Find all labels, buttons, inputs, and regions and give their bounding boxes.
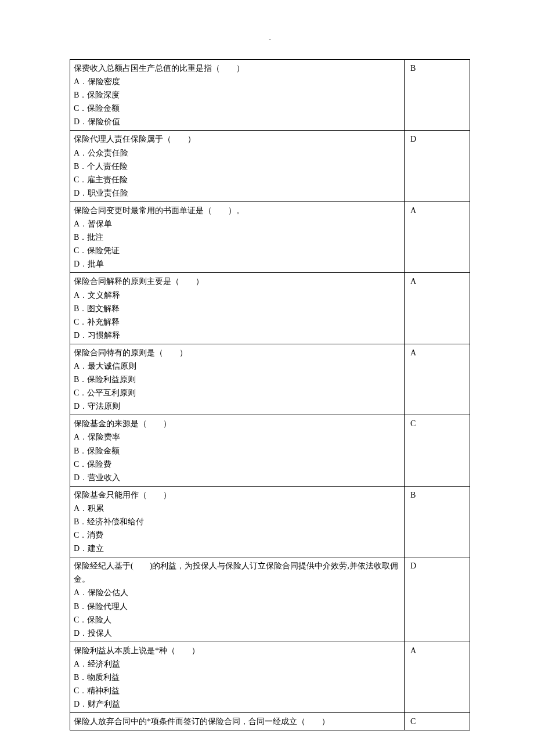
question-text: 保险合同特有的原则是（ ） [74, 346, 400, 359]
option-text: C．补充解释 [74, 315, 400, 329]
option-text: C．保险凭证 [74, 244, 400, 257]
option-text: A．暂保单 [74, 217, 400, 231]
option-text: B．批注 [74, 231, 400, 244]
question-text: 保险利益从本质上说是*种（ ） [74, 644, 400, 657]
option-text: D．财产利益 [74, 697, 400, 711]
table-row: 保险合同变更时最常用的书面单证是（ ）。A．暂保单B．批注C．保险凭证D．批单A [70, 201, 470, 272]
option-text: D．投保人 [74, 627, 400, 640]
question-text: 保险代理人责任保险属于（ ） [74, 132, 400, 146]
question-text: 保险基金的来源是（ ） [74, 417, 400, 430]
answer-cell: A [405, 642, 470, 712]
option-text: B．保险代理人 [74, 600, 400, 613]
option-text: A．最大诚信原则 [74, 359, 400, 373]
question-cell: 保险合同特有的原则是（ ）A．最大诚信原则B．保险利益原则C．公平互利原则D．守… [70, 344, 405, 415]
option-text: A．保险公估人 [74, 586, 400, 599]
option-text: D．建立 [74, 542, 400, 555]
option-text: C．保险人 [74, 613, 400, 627]
option-text: B．保险利益原则 [74, 373, 400, 386]
top-marker: - [70, 35, 470, 42]
option-text: C．精神利益 [74, 684, 400, 697]
option-text: C．保险金额 [74, 102, 400, 115]
option-text: D．保险价值 [74, 115, 400, 128]
option-text: B．物质利益 [74, 671, 400, 684]
table-row: 保险利益从本质上说是*种（ ）A．经济利益B．物质利益C．精神利益D．财产利益A [70, 642, 470, 712]
question-cell: 保险合同解释的原则主要是（ ）A．文义解释B．图文解释C．补充解释D．习惯解释 [70, 273, 405, 344]
page-container: - 保费收入总额占国生产总值的比重是指（ ）A．保险密度B．保险深度C．保险金额… [0, 0, 534, 756]
question-cell: 保险利益从本质上说是*种（ ）A．经济利益B．物质利益C．精神利益D．财产利益 [70, 642, 405, 712]
option-text: A．经济利益 [74, 657, 400, 671]
option-text: D．职业责任险 [74, 186, 400, 200]
question-cell: 保险基金只能用作（ ）A．积累B．经济补偿和给付C．消费D．建立 [70, 486, 405, 557]
answer-cell: A [405, 273, 470, 344]
page-footer: . z [70, 754, 470, 756]
option-text: C．公平互利原则 [74, 386, 400, 399]
table-row: 保费收入总额占国生产总值的比重是指（ ）A．保险密度B．保险深度C．保险金额D．… [70, 60, 470, 131]
question-text: 保险经纪人基于( )的利益，为投保人与保险人订立保险合同提供中介效劳,并依法收取… [74, 559, 400, 586]
option-text: D．守法原则 [74, 399, 400, 413]
question-cell: 保险人放弃合同中的*项条件而签订的保险合同，合同一经成立（ ） [70, 713, 405, 730]
option-text: B．保险深度 [74, 88, 400, 102]
answer-cell: A [405, 201, 470, 272]
answer-cell: C [405, 415, 470, 486]
option-text: A．公众责任险 [74, 146, 400, 160]
table-row: 保险合同解释的原则主要是（ ）A．文义解释B．图文解释C．补充解释D．习惯解释A [70, 273, 470, 344]
option-text: A．积累 [74, 502, 400, 515]
question-text: 保险合同解释的原则主要是（ ） [74, 275, 400, 288]
table-row: 保险代理人责任保险属于（ ）A．公众责任险B．个人责任险C．雇主责任险D．职业责… [70, 131, 470, 201]
option-text: C．雇主责任险 [74, 173, 400, 186]
option-text: B．经济补偿和给付 [74, 515, 400, 528]
question-cell: 保险基金的来源是（ ）A．保险费率B．保险金额C．保险费D．营业收入 [70, 415, 405, 486]
option-text: C．保险费 [74, 458, 400, 471]
question-text: 保险合同变更时最常用的书面单证是（ ）。 [74, 204, 400, 217]
table-row: 保险经纪人基于( )的利益，为投保人与保险人订立保险合同提供中介效劳,并依法收取… [70, 557, 470, 642]
question-text: 保险人放弃合同中的*项条件而签订的保险合同，合同一经成立（ ） [74, 715, 400, 728]
footer-left: . [157, 754, 158, 756]
question-cell: 保险代理人责任保险属于（ ）A．公众责任险B．个人责任险C．雇主责任险D．职业责… [70, 131, 405, 201]
table-row: 保险基金只能用作（ ）A．积累B．经济补偿和给付C．消费D．建立B [70, 486, 470, 557]
option-text: D．批单 [74, 257, 400, 271]
option-text: A．保险费率 [74, 430, 400, 444]
question-cell: 保险合同变更时最常用的书面单证是（ ）。A．暂保单B．批注C．保险凭证D．批单 [70, 201, 405, 272]
option-text: D．习惯解释 [74, 329, 400, 342]
option-text: A．文义解释 [74, 289, 400, 302]
option-text: A．保险密度 [74, 75, 400, 88]
footer-right: z [351, 754, 354, 756]
option-text: B．图文解释 [74, 302, 400, 315]
option-text: B．个人责任险 [74, 160, 400, 173]
answer-cell: B [405, 60, 470, 131]
table-row: 保险合同特有的原则是（ ）A．最大诚信原则B．保险利益原则C．公平互利原则D．守… [70, 344, 470, 415]
question-cell: 保险经纪人基于( )的利益，为投保人与保险人订立保险合同提供中介效劳,并依法收取… [70, 557, 405, 642]
option-text: B．保险金额 [74, 444, 400, 458]
answer-cell: C [405, 713, 470, 730]
question-cell: 保费收入总额占国生产总值的比重是指（ ）A．保险密度B．保险深度C．保险金额D．… [70, 60, 405, 131]
table-row: 保险基金的来源是（ ）A．保险费率B．保险金额C．保险费D．营业收入C [70, 415, 470, 486]
answer-cell: B [405, 486, 470, 557]
option-text: D．营业收入 [74, 471, 400, 484]
answer-cell: A [405, 344, 470, 415]
answer-cell: D [405, 131, 470, 201]
answer-cell: D [405, 557, 470, 642]
question-text: 保费收入总额占国生产总值的比重是指（ ） [74, 62, 400, 75]
table-row: 保险人放弃合同中的*项条件而签订的保险合同，合同一经成立（ ）C [70, 713, 470, 730]
question-text: 保险基金只能用作（ ） [74, 488, 400, 502]
option-text: C．消费 [74, 528, 400, 542]
questions-table: 保费收入总额占国生产总值的比重是指（ ）A．保险密度B．保险深度C．保险金额D．… [70, 59, 470, 730]
